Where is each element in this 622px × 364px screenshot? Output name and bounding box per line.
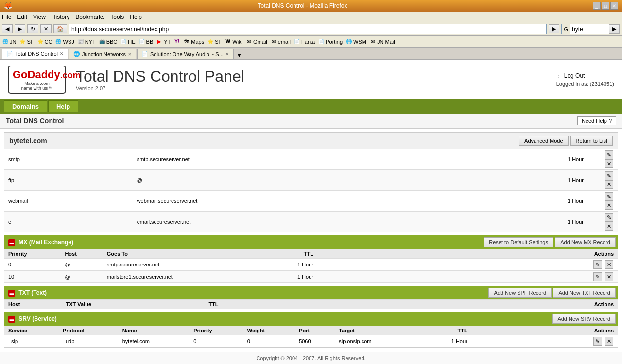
- bookmark-nyt[interactable]: 📰 NYT: [77, 38, 96, 45]
- bookmark-fanta[interactable]: 📄 Fanta: [294, 38, 315, 45]
- minimize-button[interactable]: _: [593, 2, 601, 10]
- bookmark-wiki-icon: W: [225, 38, 231, 45]
- back-button[interactable]: ◀: [2, 24, 13, 33]
- bookmark-bbc-label: BBC: [106, 39, 118, 45]
- bookmark-jn[interactable]: 🌐 JN: [2, 38, 16, 45]
- cname-host-4: e: [4, 212, 133, 232]
- search-box: G byte ▶: [561, 24, 620, 34]
- bookmark-he[interactable]: 📄 HE: [120, 38, 135, 45]
- srv-ttl-1: 1 Hour: [417, 335, 477, 347]
- srv-edit-1[interactable]: ✎: [593, 337, 602, 346]
- bookmark-sf2[interactable]: ⭐ SF: [207, 38, 222, 45]
- cname-delete-2[interactable]: ✕: [605, 180, 613, 189]
- tab-dns-icon: 📄: [6, 51, 13, 57]
- add-srv-button[interactable]: Add New SRV Record: [552, 314, 616, 324]
- cname-edit-4[interactable]: ✎: [605, 213, 613, 222]
- tab-solution-close[interactable]: ✕: [225, 52, 229, 57]
- txt-section-title: TXT (Text): [18, 289, 47, 296]
- bookmark-he-icon: 📄: [120, 38, 127, 45]
- bookmark-wiki[interactable]: W Wiki: [225, 38, 242, 45]
- bookmark-bb[interactable]: 📄 BB: [138, 38, 154, 45]
- bookmark-yt[interactable]: ▶ YT: [156, 38, 171, 45]
- nav-domains[interactable]: Domains: [4, 100, 47, 112]
- cname-delete-3[interactable]: ✕: [605, 201, 613, 210]
- advanced-mode-button[interactable]: Advanced Mode: [519, 136, 569, 146]
- tab-dns-close[interactable]: ✕: [60, 51, 64, 56]
- mx-edit-1[interactable]: ✎: [593, 260, 602, 269]
- bookmark-maps[interactable]: 🗺 Maps: [183, 38, 204, 45]
- return-to-list-button[interactable]: Return to List: [570, 136, 613, 146]
- reload-button[interactable]: ↻: [27, 24, 38, 33]
- bookmark-porting-icon: 📄: [318, 38, 325, 45]
- mx-col-priority: Priority: [4, 249, 61, 259]
- srv-delete-1[interactable]: ✕: [605, 337, 613, 346]
- srv-service-1: _sip: [4, 335, 59, 347]
- bookmark-cc[interactable]: ⭐ CC: [37, 38, 52, 45]
- bookmark-yahoo[interactable]: Y!: [173, 38, 180, 45]
- bookmark-wsj[interactable]: 🌐 WSJ: [55, 38, 74, 45]
- cname-points-2: @: [133, 170, 454, 191]
- navigate-button[interactable]: ▶: [549, 24, 559, 33]
- close-button[interactable]: ✕: [610, 2, 618, 10]
- bookmark-porting[interactable]: 📄 Porting: [318, 38, 343, 45]
- cname-delete-4[interactable]: ✕: [605, 222, 613, 231]
- cname-row-3: webmail webmail.secureserver.net 1 Hour …: [4, 191, 618, 212]
- bookmark-sf2-label: SF: [215, 39, 222, 45]
- menu-help[interactable]: Help: [130, 14, 142, 20]
- tab-overflow-button[interactable]: ▼: [235, 51, 244, 59]
- srv-col-name: Name: [119, 326, 190, 335]
- txt-table: ▬ TXT (Text) Add New SPF Record Add New …: [4, 286, 618, 309]
- menu-history[interactable]: History: [52, 14, 69, 20]
- srv-col-weight: Weight: [243, 326, 295, 335]
- bookmark-wsm-label: WSM: [353, 39, 366, 45]
- bookmark-bbc[interactable]: 📺 BBC: [99, 38, 118, 45]
- search-go-button[interactable]: ▶: [609, 24, 620, 34]
- srv-section-icon: ▬: [8, 316, 15, 323]
- mx-delete-2[interactable]: ✕: [605, 272, 613, 281]
- menu-edit[interactable]: Edit: [17, 14, 27, 20]
- bookmark-gmail[interactable]: ✉ Gmail: [245, 38, 267, 45]
- home-button[interactable]: 🏠: [53, 24, 67, 33]
- tab-dns-control[interactable]: 📄 Total DNS Control ✕: [2, 49, 68, 59]
- logo-daddy: Daddy: [28, 68, 60, 81]
- menu-file[interactable]: File: [2, 14, 11, 20]
- tab-junction-close[interactable]: ✕: [128, 52, 132, 57]
- forward-button[interactable]: ▶: [15, 24, 25, 33]
- menu-tools[interactable]: Tools: [110, 14, 124, 20]
- tab-solution[interactable]: 📄 Solution: One Way Audio ~ S... ✕: [137, 49, 234, 59]
- bookmark-email-icon: ✉: [270, 38, 277, 45]
- search-input[interactable]: byte: [570, 24, 609, 34]
- window-controls[interactable]: _ □ ✕: [593, 2, 618, 10]
- cname-edit-3[interactable]: ✎: [605, 192, 613, 201]
- bookmark-email[interactable]: ✉ email: [270, 38, 291, 45]
- maximize-button[interactable]: □: [602, 2, 609, 10]
- address-input[interactable]: http://tdns.secureserver.net/index.php: [69, 24, 547, 34]
- mx-edit-2[interactable]: ✎: [593, 272, 602, 281]
- cname-edit-2[interactable]: ✎: [605, 171, 613, 180]
- bookmark-sf[interactable]: ⭐ SF: [19, 38, 34, 45]
- reset-mx-button[interactable]: Reset to Default Settings: [484, 237, 553, 247]
- page-title: Total DNS Control: [6, 117, 64, 125]
- header-right: ⋮ Log Out Logged in as: (2314351): [556, 72, 614, 87]
- bookmark-jnmail[interactable]: ✉ JN Mail: [369, 38, 395, 45]
- bookmark-cc-icon: ⭐: [37, 38, 44, 45]
- vertical-dots: ⋮: [556, 73, 561, 78]
- cname-delete-1[interactable]: ✕: [605, 159, 613, 168]
- bookmark-cc-label: CC: [45, 39, 52, 45]
- cname-ttl-4: 1 Hour: [454, 212, 593, 232]
- bookmark-wsm[interactable]: 🌐 WSM: [346, 38, 366, 45]
- srv-section-header: ▬ SRV (Service) Add New SRV Record: [4, 312, 618, 326]
- tab-junction[interactable]: 🌐 Junction Networks ✕: [69, 49, 136, 59]
- mx-delete-1[interactable]: ✕: [605, 260, 613, 269]
- cname-edit-1[interactable]: ✎: [605, 150, 613, 159]
- menu-view[interactable]: View: [33, 14, 46, 20]
- toolbar: ◀ ▶ ↻ ✕ 🏠 http://tdns.secureserver.net/i…: [0, 22, 622, 36]
- add-txt-button[interactable]: Add New TXT Record: [553, 288, 616, 298]
- add-mx-button[interactable]: Add New MX Record: [555, 237, 616, 247]
- stop-button[interactable]: ✕: [40, 24, 52, 33]
- add-spf-button[interactable]: Add New SPF Record: [488, 288, 552, 298]
- need-help-button[interactable]: Need Help ?: [577, 116, 616, 125]
- menu-bookmarks[interactable]: Bookmarks: [75, 14, 104, 20]
- logout-link[interactable]: Log Out: [564, 72, 585, 79]
- nav-help[interactable]: Help: [48, 100, 78, 112]
